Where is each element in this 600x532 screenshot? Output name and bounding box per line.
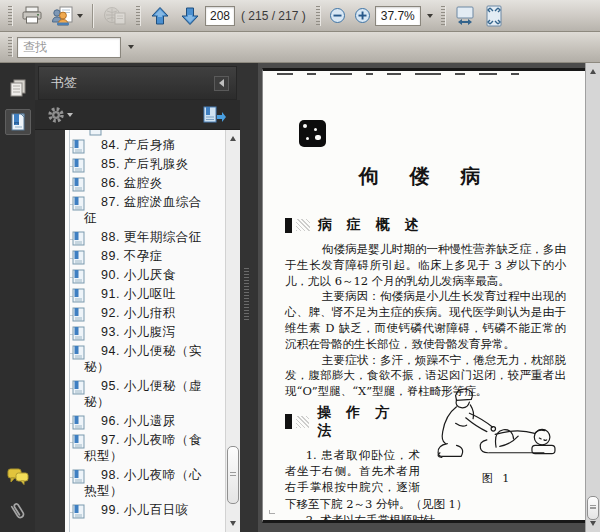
bookmark-item-label: 93. 小儿腹泻 xyxy=(84,324,213,340)
bookmark-item[interactable]: 90. 小儿厌食 xyxy=(65,266,225,284)
toolbar-grip[interactable] xyxy=(136,6,141,26)
bookmarks-panel: 书签 xyxy=(35,63,240,532)
bookmark-item-icon xyxy=(72,380,85,395)
pages-panel-icon xyxy=(8,78,28,98)
bookmark-item[interactable]: 88. 更年期综合征 xyxy=(65,228,225,246)
bookmark-item-label: 99. 小儿百日咳 xyxy=(84,502,213,518)
zoom-out-button[interactable] xyxy=(325,2,350,30)
print-button[interactable] xyxy=(17,2,47,30)
bookmark-item[interactable]: 97. 小儿夜啼（食积型） xyxy=(65,431,225,465)
bookmark-item[interactable]: 96. 小儿遗尿 xyxy=(65,412,225,430)
main-toolbar: ( 215 / 217 ) xyxy=(0,0,600,32)
toolbar-separator xyxy=(92,4,93,28)
bookmark-item-label: 86. 盆腔炎 xyxy=(84,175,213,191)
bookmark-item[interactable]: 98. 小儿夜啼（心热型） xyxy=(65,466,225,500)
section-header-label: 病 症 概 述 xyxy=(318,216,424,234)
options-dropdown-caret xyxy=(67,113,73,117)
bookmark-item-label: 94. 小儿便秘（实秘） xyxy=(84,343,213,375)
panel-splitter[interactable] xyxy=(240,63,258,532)
collapse-panel-icon xyxy=(219,79,224,87)
scroll-down-arrow[interactable] xyxy=(226,517,240,530)
fit-width-button[interactable] xyxy=(450,2,480,30)
bookmarks-scrollbar[interactable] xyxy=(225,130,240,532)
comments-panel-icon xyxy=(7,468,29,486)
options-gear-icon xyxy=(47,106,65,124)
bookmark-item-label: 91. 小儿呕吐 xyxy=(84,286,213,302)
share-dropdown-caret xyxy=(77,14,83,18)
bookmark-item[interactable]: 99. 小儿百日咳 xyxy=(65,501,225,519)
bookmark-item-icon xyxy=(72,326,85,341)
step-text: 2. 术者以右手掌根顺时针 xyxy=(285,512,566,523)
section-bar-icon xyxy=(285,414,292,429)
bookmark-item[interactable]: 93. 小儿腹泻 xyxy=(65,323,225,341)
bookmark-item-icon xyxy=(72,196,85,211)
scroll-down-arrow[interactable] xyxy=(586,517,600,530)
bookmark-item[interactable]: 92. 小儿疳积 xyxy=(65,304,225,322)
bookmarks-panel-icon xyxy=(8,112,28,132)
document-pane: 佝 偻 病 病 症 概 述 佝偻病是婴儿时期的一种慢性营养缺乏症，多由于生长发育… xyxy=(258,63,600,532)
paragraph: 主要病因：佝偻病是小儿生长发育过程中出现的心、脾、肾不足为主症的疾病。现代医学则… xyxy=(285,289,566,352)
bookmark-item-icon xyxy=(72,177,85,192)
share-button[interactable] xyxy=(47,2,87,30)
bookmark-item-label: 96. 小儿遗尿 xyxy=(84,413,213,429)
zoom-dropdown-caret xyxy=(427,14,433,18)
find-dropdown-icon xyxy=(128,45,134,49)
document-scrollbar[interactable] xyxy=(585,63,600,532)
toolbar-grip[interactable] xyxy=(441,6,446,26)
fit-width-icon xyxy=(454,5,476,27)
bookmarks-panel-button[interactable] xyxy=(5,109,31,135)
bookmarks-options-button[interactable] xyxy=(43,103,77,127)
scroll-up-arrow[interactable] xyxy=(226,132,240,145)
zoom-out-icon xyxy=(329,7,346,24)
bookmark-item-icon xyxy=(72,231,85,246)
previous-page-button[interactable] xyxy=(145,2,175,30)
goto-bookmark-icon xyxy=(202,106,226,124)
bookmark-item[interactable]: 87. 盆腔淤血综合征 xyxy=(65,193,225,227)
next-page-button[interactable] xyxy=(175,2,205,30)
bookmark-item[interactable]: 91. 小儿呕吐 xyxy=(65,285,225,303)
page-number-input[interactable] xyxy=(205,6,235,26)
bookmark-item-label: 85. 产后乳腺炎 xyxy=(84,156,213,172)
bookmarks-toolbar xyxy=(35,100,240,130)
bookmark-item[interactable]: 84. 产后身痛 xyxy=(65,136,225,154)
bookmark-item-icon xyxy=(72,269,85,284)
bookmark-item-label: 84. 产后身痛 xyxy=(84,137,213,153)
bookmark-item[interactable]: 86. 盆腔炎 xyxy=(65,174,225,192)
toolbar-grip[interactable] xyxy=(8,6,13,26)
scrollbar-thumb[interactable] xyxy=(227,446,239,504)
goto-bookmark-button[interactable] xyxy=(198,103,230,127)
bookmark-item[interactable]: 94. 小儿便秘（实秘） xyxy=(65,342,225,376)
bookmark-item-label: 97. 小儿夜啼（食积型） xyxy=(84,432,213,464)
toolbar-grip[interactable] xyxy=(8,37,13,57)
bookmark-item-icon xyxy=(72,504,85,519)
bookmark-item-label: 92. 小儿疳积 xyxy=(84,305,213,321)
splitter-handle[interactable] xyxy=(244,268,249,322)
bookmark-item[interactable]: 89. 不孕症 xyxy=(65,247,225,265)
bookmark-item[interactable]: 95. 小儿便秘（虚秘） xyxy=(65,377,225,411)
attachments-panel-button[interactable] xyxy=(5,498,31,524)
bookmark-item-label: 88. 更年期综合征 xyxy=(84,229,213,245)
pages-panel-button[interactable] xyxy=(5,75,31,101)
bookmark-item-icon xyxy=(72,139,85,154)
zoom-in-button[interactable] xyxy=(350,2,375,30)
bookmark-item-label: 89. 不孕症 xyxy=(84,248,213,264)
zoom-dropdown-button[interactable] xyxy=(421,2,437,30)
fit-page-icon xyxy=(484,4,504,28)
pdf-page[interactable]: 佝 偻 病 病 症 概 述 佝偻病是婴儿时期的一种慢性营养缺乏症，多由于生长发育… xyxy=(262,68,588,523)
find-input[interactable] xyxy=(17,37,121,58)
bookmark-item[interactable]: 85. 产后乳腺炎 xyxy=(65,155,225,173)
collapse-panel-button[interactable] xyxy=(214,76,229,91)
comments-panel-button[interactable] xyxy=(5,464,31,490)
bookmark-item-label: 95. 小儿便秘（虚秘） xyxy=(84,378,213,410)
section-ornament-icon xyxy=(296,416,310,428)
bookmarks-tree: 84. 产后身痛 85. 产后乳腺炎 86. 盆腔炎 87. 盆腔淤血综合征 8… xyxy=(65,130,225,532)
zoom-level-input[interactable] xyxy=(375,6,421,26)
bookmarks-panel-header: 书签 xyxy=(38,66,237,100)
fit-page-button[interactable] xyxy=(480,2,508,30)
scroll-up-arrow[interactable] xyxy=(586,65,600,78)
section-bar-icon xyxy=(285,218,292,233)
bookmarks-list-area: 84. 产后身痛 85. 产后乳腺炎 86. 盆腔炎 87. 盆腔淤血综合征 8… xyxy=(35,130,240,532)
toolbar-grip[interactable] xyxy=(316,6,321,26)
find-dropdown-button[interactable] xyxy=(121,37,139,58)
bookmark-item-label: 87. 盆腔淤血综合征 xyxy=(84,194,213,226)
